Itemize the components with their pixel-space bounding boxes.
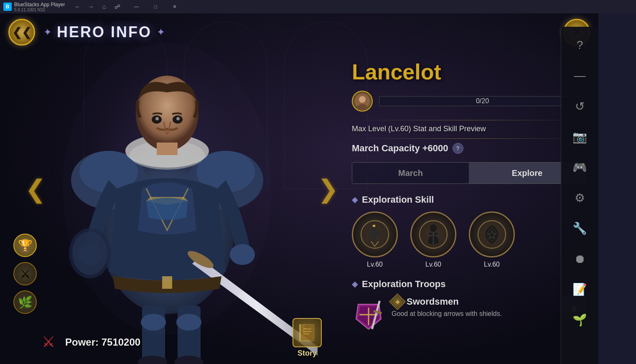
- app-name: BlueStacks App Player: [14, 2, 65, 8]
- skill-item-1: Lv.60: [352, 211, 398, 268]
- section-diamond-icon: ◈: [352, 195, 358, 204]
- march-tab-label: March: [398, 168, 423, 178]
- troop-svg-icon: [352, 296, 385, 333]
- trophy-icon: 🏆: [18, 239, 33, 252]
- troop-name: Swordsmen: [407, 296, 459, 307]
- skill-item-2: Lv.60: [410, 211, 456, 268]
- exploration-skill-title: ◈ Exploration Skill: [352, 194, 586, 205]
- skill-3-level: Lv.60: [484, 261, 500, 268]
- svg-point-39: [430, 224, 437, 232]
- skill-circle-1[interactable]: [352, 211, 398, 257]
- divider-2: [352, 138, 586, 139]
- page-header: ❮❮ ✦ HERO INFO ✦ ✕: [0, 13, 598, 51]
- story-book-icon: [293, 318, 322, 347]
- march-tab[interactable]: March: [352, 163, 469, 183]
- svg-rect-36: [369, 232, 381, 236]
- nav-sword-icon[interactable]: ⚔: [13, 262, 37, 285]
- hero-svg: [25, 21, 318, 364]
- divider-1: [352, 120, 586, 120]
- leaf-icon: 🌿: [18, 295, 33, 309]
- sidebar-screenshot-icon[interactable]: 📷: [566, 122, 594, 151]
- nav-trophy-icon[interactable]: 🏆: [13, 234, 37, 257]
- back-icon: ❮❮: [12, 25, 31, 39]
- power-swords-icon: ⚔: [42, 333, 60, 351]
- skills-row: Lv.60 Lv.60: [352, 211, 586, 268]
- header-title-container: ✦ HERO INFO ✦: [43, 23, 165, 41]
- xp-area: 0/20: [352, 91, 586, 112]
- skill-2-level: Lv.60: [425, 261, 441, 268]
- sidebar-macro-icon[interactable]: ⏺: [566, 244, 594, 273]
- nav-forward-btn[interactable]: →: [85, 1, 97, 13]
- march-capacity-row: March Capacity +6000 ?: [352, 143, 586, 154]
- app-logo: B BlueStacks App Player 5.9.11.1001 N32: [0, 2, 68, 12]
- exploration-troops-title: ◈ Exploration Troops: [352, 279, 586, 290]
- troop-icon-container: [352, 296, 385, 333]
- bluestacks-icon: B: [3, 3, 12, 11]
- title-bar: B BlueStacks App Player 5.9.11.1001 N32 …: [0, 0, 636, 13]
- sidebar-tools-icon[interactable]: 🔧: [566, 214, 594, 242]
- skill-item-3: Lv.60: [469, 211, 515, 268]
- tab-container: March Explore: [352, 162, 586, 184]
- sidebar-help-icon[interactable]: ?: [566, 31, 594, 59]
- nav-home-btn[interactable]: ⌂: [98, 1, 110, 13]
- sidebar-eco-icon[interactable]: 🌱: [566, 305, 594, 334]
- troops-diamond-icon: ◈: [352, 280, 358, 289]
- right-arrow-icon: ❯: [318, 175, 338, 203]
- xp-text: 0/20: [476, 97, 489, 105]
- explore-tab-label: Explore: [512, 168, 542, 178]
- hero-name: Lancelot: [352, 59, 586, 84]
- header-diamond-left: ✦: [43, 26, 52, 38]
- svg-point-25: [63, 42, 272, 335]
- power-value: Power: 7510200: [65, 336, 140, 348]
- left-nav: 🏆 ⚔ 🌿: [13, 234, 37, 314]
- troop-description: Good at blocking arrows with shields.: [392, 310, 556, 318]
- story-label: Story: [298, 349, 317, 358]
- svg-point-32: [359, 96, 366, 103]
- sidebar-minimize-icon[interactable]: —: [566, 61, 594, 90]
- skill-circle-2[interactable]: [410, 211, 456, 257]
- sword-icon: ⚔: [20, 267, 31, 281]
- close-window-btn[interactable]: ✕: [165, 0, 184, 13]
- nav-leaf-icon[interactable]: 🌿: [13, 290, 37, 314]
- svg-rect-37: [373, 225, 375, 227]
- right-sidebar: ? — ↺ 📷 🎮 ⚙ 🔧 ⏺ 📝 🌱: [561, 27, 598, 364]
- story-icon-svg: [297, 322, 318, 343]
- sidebar-settings-icon[interactable]: ⚙: [566, 183, 594, 212]
- prev-hero-button[interactable]: ❮: [25, 174, 46, 204]
- troop-diamond-icon: ◆: [389, 293, 406, 310]
- skill-circle-3[interactable]: [469, 211, 515, 257]
- svg-rect-27: [301, 325, 313, 340]
- page-title: HERO INFO: [57, 23, 152, 41]
- app-version: 5.9.11.1001 N32: [14, 8, 65, 12]
- skill-1-level: Lv.60: [367, 261, 383, 268]
- header-diamond-right: ✦: [157, 26, 165, 38]
- nav-bookmark-btn[interactable]: ☍: [112, 1, 123, 13]
- march-help-icon[interactable]: ?: [453, 143, 463, 154]
- sidebar-rotate-icon[interactable]: ↺: [566, 92, 594, 120]
- max-level-preview: Max Level (Lv.60) Stat and Skill Preview: [352, 125, 586, 133]
- game-area: ❮❮ ✦ HERO INFO ✦ ✕ 🏆 ⚔ 🌿 ❮ ❯ ⚔ Power: 75…: [0, 13, 598, 364]
- maximize-btn[interactable]: □: [146, 0, 165, 13]
- march-capacity-text: March Capacity +6000: [352, 143, 448, 154]
- troop-name-row: ◆ Swordsmen: [392, 296, 556, 308]
- back-button[interactable]: ❮❮: [8, 19, 35, 46]
- sidebar-script-icon[interactable]: 📝: [566, 275, 594, 303]
- window-controls: — □ ✕: [127, 0, 184, 13]
- next-hero-button[interactable]: ❯: [318, 174, 338, 204]
- exploration-troops-label: Exploration Troops: [362, 279, 445, 290]
- right-panel: Lancelot 0/20 Max Level (Lv.60) Stat and…: [339, 51, 598, 364]
- title-nav: ← → ⌂ ☍: [68, 1, 127, 13]
- troops-section: ◆ Swordsmen Good at blocking arrows with…: [352, 296, 586, 333]
- nav-back-btn[interactable]: ←: [71, 1, 83, 13]
- story-button[interactable]: Story: [293, 318, 322, 358]
- exploration-skill-label: Exploration Skill: [362, 194, 434, 205]
- minimize-btn[interactable]: —: [127, 0, 146, 13]
- hero-figure-container: [25, 21, 318, 364]
- sidebar-gamepad-icon[interactable]: 🎮: [566, 153, 594, 181]
- left-arrow-icon: ❮: [25, 175, 46, 203]
- troop-info: ◆ Swordsmen Good at blocking arrows with…: [392, 296, 556, 318]
- hero-avatar: [352, 91, 373, 112]
- xp-bar: 0/20: [379, 96, 586, 106]
- power-display: ⚔ Power: 7510200: [42, 333, 140, 351]
